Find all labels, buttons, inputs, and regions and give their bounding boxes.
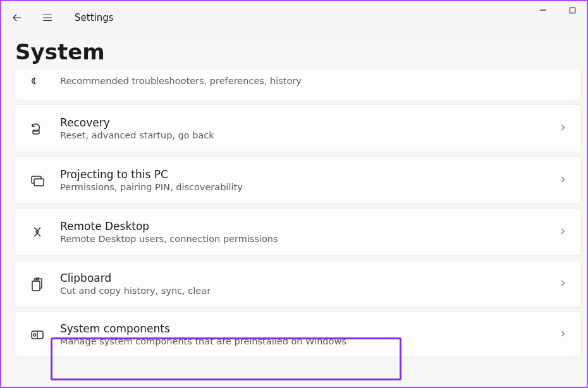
setting-item-title: Projecting to this PC xyxy=(60,168,551,181)
svg-rect-3 xyxy=(34,179,44,186)
minimize-button[interactable] xyxy=(529,1,558,19)
hamburger-icon xyxy=(42,12,53,23)
caption-buttons xyxy=(529,1,587,19)
system-components-icon xyxy=(28,325,46,343)
app-name: Settings xyxy=(75,12,114,23)
settings-list: Recommended troubleshooters, preferences… xyxy=(1,69,587,387)
nav-menu-button[interactable] xyxy=(37,7,58,28)
maximize-icon xyxy=(569,7,576,14)
setting-item-title: System components xyxy=(60,322,551,335)
back-button[interactable] xyxy=(6,7,28,28)
projecting-icon xyxy=(28,171,46,189)
setting-item-title: Remote Desktop xyxy=(60,220,551,233)
setting-item-system-components[interactable]: System components Manage system componen… xyxy=(14,312,582,357)
chevron-right-icon xyxy=(558,174,567,186)
setting-item-text: Remote Desktop Remote Desktop users, con… xyxy=(60,220,551,244)
chevron-right-icon xyxy=(558,329,567,341)
setting-item-troubleshoot[interactable]: Recommended troubleshooters, preferences… xyxy=(14,69,582,100)
setting-item-subtitle: Recommended troubleshooters, preferences… xyxy=(60,76,567,86)
setting-item-subtitle: Remote Desktop users, connection permiss… xyxy=(60,234,551,244)
setting-item-subtitle: Cut and copy history, sync, clear xyxy=(60,286,551,296)
setting-item-text: Recommended troubleshooters, preferences… xyxy=(60,76,567,86)
svg-rect-0 xyxy=(570,8,575,13)
setting-item-projecting[interactable]: Projecting to this PC Permissions, pairi… xyxy=(14,156,582,204)
setting-item-subtitle: Manage system components that are preins… xyxy=(60,336,551,346)
chevron-right-icon xyxy=(558,278,567,290)
settings-window: Settings System xyxy=(0,0,588,388)
setting-item-text: Recovery Reset, advanced startup, go bac… xyxy=(60,116,551,140)
recovery-icon xyxy=(28,119,46,137)
setting-item-clipboard[interactable]: Clipboard Cut and copy history, sync, cl… xyxy=(14,260,582,308)
setting-item-remote-desktop[interactable]: Remote Desktop Remote Desktop users, con… xyxy=(14,208,582,256)
chevron-right-icon xyxy=(558,123,567,135)
chevron-right-icon xyxy=(558,226,567,238)
clipboard-icon xyxy=(28,275,46,293)
maximize-button[interactable] xyxy=(558,1,587,19)
wrench-icon xyxy=(28,72,46,90)
titlebar: Settings xyxy=(1,1,587,34)
setting-item-text: System components Manage system componen… xyxy=(60,322,551,346)
setting-item-text: Clipboard Cut and copy history, sync, cl… xyxy=(60,272,551,296)
svg-rect-5 xyxy=(32,281,40,291)
back-arrow-icon xyxy=(11,12,23,23)
setting-item-subtitle: Permissions, pairing PIN, discoverabilit… xyxy=(60,182,551,192)
titlebar-left: Settings xyxy=(6,7,114,28)
setting-item-title: Clipboard xyxy=(60,272,551,284)
remote-desktop-icon xyxy=(28,223,46,241)
setting-item-recovery[interactable]: Recovery Reset, advanced startup, go bac… xyxy=(14,104,582,152)
svg-point-7 xyxy=(34,334,36,336)
setting-item-text: Projecting to this PC Permissions, pairi… xyxy=(60,168,551,192)
minimize-icon xyxy=(539,6,547,14)
setting-item-title: Recovery xyxy=(60,116,551,129)
setting-item-subtitle: Reset, advanced startup, go back xyxy=(60,130,551,140)
